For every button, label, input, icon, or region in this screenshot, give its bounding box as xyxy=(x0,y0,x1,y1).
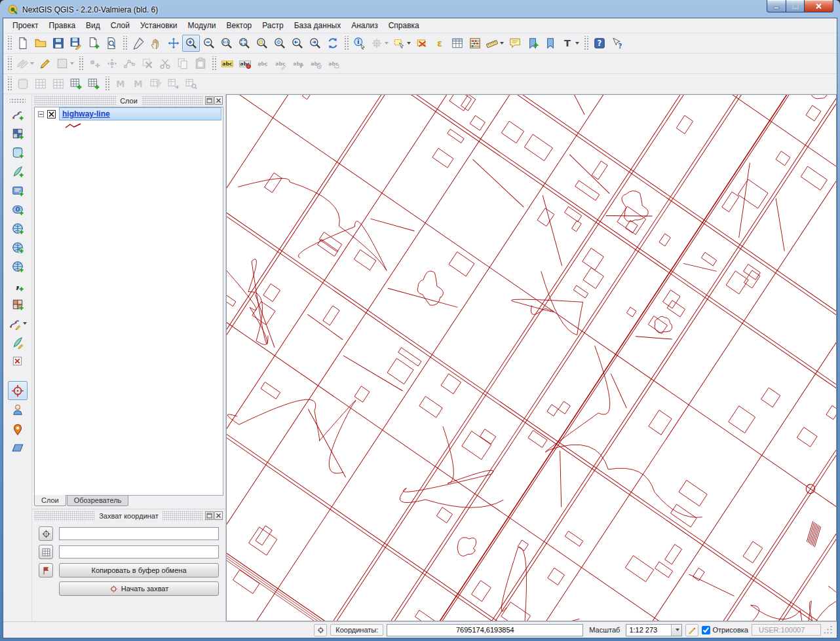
zoom-full-extent-button[interactable] xyxy=(235,35,253,52)
menu-database[interactable]: База данных xyxy=(289,19,346,32)
title-bar[interactable]: NextGIS QGIS - 2.2.0-Valmiera (bld. 6) xyxy=(3,0,837,18)
geocoder-button[interactable] xyxy=(8,400,28,419)
whats-this-button[interactable]: ? xyxy=(608,35,626,52)
add-spatialite-layer-button[interactable] xyxy=(8,162,28,181)
add-raster-layer-button[interactable] xyxy=(8,124,28,143)
identify-features-button[interactable]: i xyxy=(351,35,368,52)
menu-layer[interactable]: Слой xyxy=(105,19,135,32)
toggle-editing-button[interactable] xyxy=(36,55,54,72)
menu-edit[interactable]: Правка xyxy=(44,19,81,32)
menu-settings[interactable]: Установки xyxy=(135,19,182,32)
render-checkbox[interactable] xyxy=(702,626,710,634)
coordinate-capture-button[interactable] xyxy=(8,381,28,400)
save-project-as-button[interactable] xyxy=(67,35,85,52)
open-attribute-table-button[interactable] xyxy=(448,35,466,52)
new-shapefile-layer-button[interactable] xyxy=(8,314,28,333)
capture-panel-titlebar[interactable]: Захват координат xyxy=(34,511,223,521)
export-layer-from-db-button[interactable] xyxy=(85,75,102,92)
capture-panel-float-button[interactable] xyxy=(205,511,214,520)
capture-panel-close-button[interactable] xyxy=(214,511,223,520)
capture-x-input[interactable] xyxy=(59,527,219,540)
menu-raster[interactable]: Растр xyxy=(257,19,288,32)
touch-zoom-pan-button[interactable] xyxy=(129,35,147,52)
layers-panel-titlebar[interactable]: Слои xyxy=(34,96,223,106)
new-project-button[interactable] xyxy=(14,35,31,52)
toolbar-handle[interactable] xyxy=(7,77,12,91)
layers-panel-close-button[interactable] xyxy=(214,96,223,105)
close-button[interactable] xyxy=(804,0,833,12)
menu-analysis[interactable]: Анализ xyxy=(346,19,383,32)
text-annotation-button[interactable]: T xyxy=(559,35,581,52)
toolbar-handle[interactable] xyxy=(104,77,109,91)
deselect-features-button[interactable] xyxy=(413,35,430,52)
extent-toggle-button[interactable] xyxy=(314,624,327,636)
zoom-to-layer-button[interactable] xyxy=(271,35,288,52)
select-features-button[interactable] xyxy=(391,35,413,52)
menu-help[interactable]: Справка xyxy=(383,19,425,32)
copy-to-clipboard-button[interactable]: Копировать в буфер обмена xyxy=(59,563,219,577)
add-oracle-layer-button[interactable]: O xyxy=(8,200,28,219)
numerical-digitize-button[interactable] xyxy=(8,419,28,438)
zoom-last-button[interactable] xyxy=(288,35,306,52)
layer-name[interactable]: highway-line xyxy=(62,109,110,119)
zoom-actual-size-button[interactable]: 1:1 xyxy=(218,35,235,52)
new-print-composer-button[interactable] xyxy=(85,35,102,52)
scale-dropdown-button[interactable] xyxy=(671,625,681,636)
maximize-button[interactable] xyxy=(786,0,804,12)
statistical-summary-button[interactable] xyxy=(466,35,484,52)
new-bookmark-button[interactable] xyxy=(524,35,541,52)
menu-view[interactable]: Вид xyxy=(81,19,105,32)
toolbar-handle[interactable] xyxy=(343,36,349,50)
collapse-expander-icon[interactable] xyxy=(38,111,44,117)
layer-visibility-checkbox[interactable] xyxy=(47,110,56,119)
minimize-button[interactable] xyxy=(767,0,786,12)
move-label-button[interactable]: abc xyxy=(236,55,254,72)
menu-project[interactable]: Проект xyxy=(7,19,44,32)
pan-to-selection-button[interactable] xyxy=(164,35,182,52)
save-project-button[interactable] xyxy=(49,35,67,52)
layers-panel-float-button[interactable] xyxy=(205,96,214,105)
dxf2shape-converter-button[interactable] xyxy=(8,438,28,457)
show-bookmarks-button[interactable] xyxy=(541,35,559,52)
capture-crs-button[interactable] xyxy=(39,526,53,541)
composer-manager-button[interactable] xyxy=(102,35,120,52)
add-delimited-text-layer-button[interactable]: , xyxy=(8,276,28,295)
toolbar-handle[interactable] xyxy=(7,56,12,71)
add-wfs-layer-button[interactable] xyxy=(8,257,28,276)
zoom-in-button[interactable] xyxy=(182,35,200,52)
new-spatialite-layer-button[interactable] xyxy=(8,333,28,352)
capture-y-input[interactable] xyxy=(59,545,219,559)
field-calculator-button[interactable]: ε xyxy=(430,35,448,52)
add-postgis-layer-button[interactable] xyxy=(8,143,28,162)
toolbar-handle[interactable] xyxy=(211,56,216,71)
help-contents-button[interactable]: ? xyxy=(590,35,608,52)
zoom-out-button[interactable] xyxy=(200,35,218,52)
scale-input[interactable] xyxy=(626,625,671,636)
scale-combobox[interactable] xyxy=(626,624,682,636)
toolbar-handle[interactable] xyxy=(78,56,83,71)
map-tips-button[interactable] xyxy=(506,35,524,52)
map-canvas[interactable] xyxy=(226,94,837,621)
capture-grid-button[interactable] xyxy=(39,545,53,559)
measure-line-button[interactable] xyxy=(484,35,506,52)
pan-map-button[interactable] xyxy=(147,35,164,52)
add-vector-layer-button[interactable] xyxy=(8,105,28,124)
layer-selection-highlight[interactable]: highway-line xyxy=(59,107,221,120)
zoom-to-selection-button[interactable] xyxy=(253,35,271,52)
render-indicator-button[interactable] xyxy=(685,624,698,636)
import-layer-to-db-button[interactable] xyxy=(67,75,85,92)
toolbar-handle[interactable] xyxy=(7,36,12,50)
resize-grip[interactable] xyxy=(824,626,833,634)
capture-track-button[interactable] xyxy=(39,563,53,577)
add-mssql-layer-button[interactable] xyxy=(8,181,28,200)
layer-labeling-options-button[interactable]: abc xyxy=(218,55,236,72)
menu-plugins[interactable]: Модули xyxy=(182,19,221,32)
add-wcs-layer-button[interactable] xyxy=(8,238,28,257)
toolbar-handle[interactable] xyxy=(10,98,26,103)
refresh-map-button[interactable] xyxy=(324,35,341,52)
toolbar-handle[interactable] xyxy=(122,36,127,50)
coordinates-input[interactable] xyxy=(387,624,583,636)
zoom-next-button[interactable] xyxy=(306,35,324,52)
tab-browser[interactable]: Обозреватель xyxy=(67,496,129,506)
toolbar-handle[interactable] xyxy=(583,36,588,50)
